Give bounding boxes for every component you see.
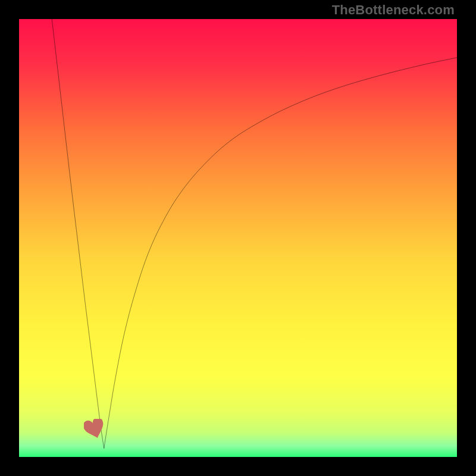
stage: TheBottleneck.com	[0, 0, 476, 476]
watermark-text: TheBottleneck.com	[332, 2, 455, 18]
plot-area	[19, 19, 457, 457]
curve-right-branch	[104, 58, 457, 449]
curve-left-branch	[52, 19, 104, 448]
curve-layer	[19, 19, 457, 457]
heart-marker-icon	[84, 419, 105, 439]
